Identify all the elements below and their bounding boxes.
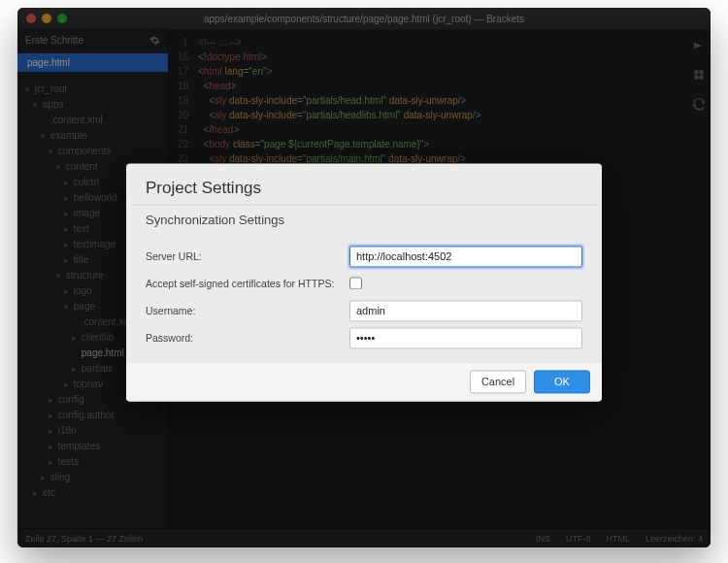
password-label: Password: [146, 332, 349, 344]
accept-cert-checkbox[interactable] [349, 277, 362, 289]
password-input[interactable] [349, 327, 582, 348]
cancel-button[interactable]: Cancel [470, 370, 526, 393]
app-window: apps/example/components/structure/page/p… [17, 8, 711, 547]
dialog-footer: Cancel OK [126, 361, 602, 401]
dialog-subtitle: Synchronization Settings [126, 205, 602, 239]
username-label: Username: [146, 305, 349, 316]
username-input[interactable] [349, 300, 582, 321]
accept-cert-label: Accept self-signed certificates for HTTP… [146, 278, 349, 289]
dialog-title: Project Settings [126, 163, 602, 204]
project-settings-dialog: Project Settings Synchronization Setting… [126, 163, 602, 401]
server-url-label: Server URL: [146, 250, 349, 262]
server-url-input[interactable] [349, 246, 582, 267]
ok-button[interactable]: OK [534, 370, 590, 393]
